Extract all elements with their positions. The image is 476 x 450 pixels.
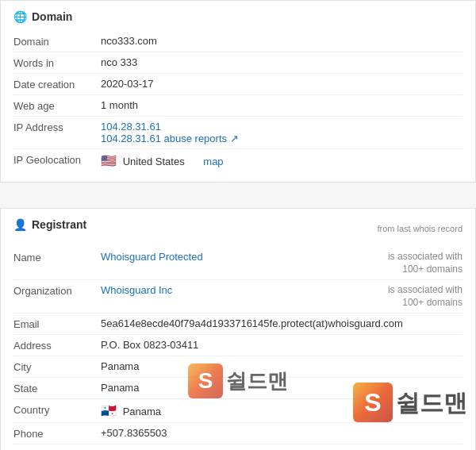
ip-abuse-link[interactable]: 104.28.31.61 abuse reports ↗ [101,133,239,144]
name-value: Whoisguard Protected [101,251,383,263]
date-creation-label: Date creation [13,78,101,90]
watermark-text-2: 쉴드맨 [396,390,467,416]
country-text: Panama [123,406,161,417]
domain-label: Domain [13,35,101,48]
organization-row: Organization Whoisguard Inc is associate… [13,280,463,313]
phone-row: Phone +507.8365503 [13,423,463,444]
map-link[interactable]: map [203,156,223,167]
panama-flag-icon: 🇵🇦 [101,404,117,417]
city-value: Panama [101,360,463,372]
email-value: 5ea614e8ecde40f79a4d1933716145fe.protect… [101,317,463,329]
phone-label: Phone [13,427,101,440]
name-row: Name Whoisguard Protected is associated … [13,247,463,280]
ip-address-value: 104.28.31.61 104.28.31.61 abuse reports … [101,121,463,144]
ip-geo-value: 🇺🇸 United States map [101,153,463,168]
date-creation-row: Date creation 2020-03-17 [13,74,463,95]
us-flag-icon: 🇺🇸 [101,154,117,167]
ip-geolocation-row: IP Geolocation 🇺🇸 United States map [13,149,463,172]
domain-section: 🌐 Domain Domain nco333.com Words in nco … [0,0,476,183]
domain-section-title: 🌐 Domain [13,10,463,23]
registrant-title-text: Registrant [32,218,86,231]
organization-label: Organization [13,284,101,297]
name-link[interactable]: Whoisguard Protected [101,251,203,263]
web-age-row: Web age 1 month [13,95,463,117]
address-row: Address P.O. Box 0823-03411 [13,335,463,356]
address-label: Address [13,339,101,352]
ip-address-row: IP Address 104.28.31.61 104.28.31.61 abu… [13,117,463,149]
domain-value: nco333.com [101,35,463,47]
words-row: Words in nco 333 [13,52,463,74]
words-label: Words in [13,56,101,69]
geo-country-text: United States [123,156,185,167]
watermark-2: S쉴드맨 [353,383,467,422]
words-value: nco 333 [101,56,463,68]
organization-assoc: is associated with 100+ domains [383,284,463,309]
domain-title-text: Domain [32,10,72,23]
web-age-value: 1 month [101,99,463,111]
organization-link[interactable]: Whoisguard Inc [101,284,172,296]
domain-row: Domain nco333.com [13,31,463,52]
city-row: City Panama [13,356,463,378]
country-label: Country [13,403,101,416]
state-label: State [13,382,101,394]
registrant-header: 👤 Registrant from last whois record [13,218,463,239]
person-icon: 👤 [13,218,27,231]
date-creation-value: 2020-03-17 [101,78,463,90]
watermark-s-icon-2: S [353,383,393,422]
web-age-label: Web age [13,99,101,112]
name-assoc: is associated with 100+ domains [383,251,463,275]
ip-address-label: IP Address [13,121,101,133]
address-value: P.O. Box 0823-03411 [101,339,463,351]
registrant-title: 👤 Registrant [13,218,86,231]
registrant-section: 👤 Registrant from last whois record Name… [0,208,476,450]
organization-value: Whoisguard Inc [101,284,383,296]
email-row: Email 5ea614e8ecde40f79a4d1933716145fe.p… [13,313,463,335]
from-record-text: from last whois record [377,224,463,233]
domain-icon: 🌐 [13,10,27,23]
city-label: City [13,360,101,373]
phone-value: +507.8365503 [101,427,463,439]
ip-geo-label: IP Geolocation [13,153,101,166]
name-label: Name [13,251,101,263]
email-label: Email [13,317,101,330]
ip-address-link[interactable]: 104.28.31.61 [101,121,161,133]
